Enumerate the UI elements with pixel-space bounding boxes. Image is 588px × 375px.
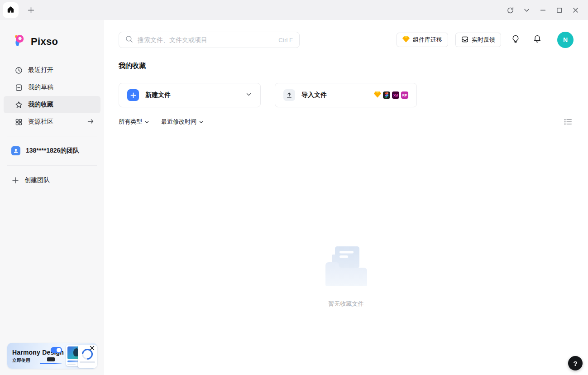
sidebar: Pixso 最近打开 我的草稿 我的收藏 bbox=[0, 20, 104, 375]
axure-rp-icon: RP bbox=[401, 91, 408, 99]
bell-icon bbox=[533, 34, 542, 45]
sidebar-item-community[interactable]: 资源社区 bbox=[4, 113, 100, 130]
sidebar-item-label: 资源社区 bbox=[28, 118, 53, 126]
page-title: 我的收藏 bbox=[119, 62, 574, 70]
empty-state-text: 暂无收藏文件 bbox=[329, 300, 364, 308]
chevron-down-icon bbox=[144, 120, 149, 125]
home-tab[interactable] bbox=[3, 2, 19, 18]
search-box: Ctrl F bbox=[119, 32, 300, 48]
new-file-card[interactable]: 新建文件 bbox=[119, 83, 261, 107]
figma-icon bbox=[383, 91, 390, 99]
banner-toggle-graphic bbox=[51, 347, 62, 353]
chevron-down-icon bbox=[199, 120, 204, 125]
feedback-button[interactable]: 实时反馈 bbox=[455, 33, 501, 47]
import-file-label: 导入文件 bbox=[301, 91, 327, 99]
star-icon bbox=[15, 101, 23, 109]
create-team-button[interactable]: 创建团队 bbox=[0, 171, 104, 189]
sidebar-nav: 最近打开 我的草稿 我的收藏 资源社区 bbox=[0, 62, 104, 130]
sidebar-team-item[interactable]: 138****1826的团队 bbox=[0, 142, 104, 160]
sidebar-item-label: 我的收藏 bbox=[28, 101, 53, 109]
plus-icon bbox=[11, 177, 19, 184]
window-menu-button[interactable] bbox=[518, 2, 535, 18]
help-button[interactable]: ? bbox=[568, 356, 583, 370]
empty-state: 暂无收藏文件 bbox=[119, 245, 574, 308]
filter-row: 所有类型 最近修改时间 bbox=[119, 116, 574, 128]
new-file-label: 新建文件 bbox=[145, 91, 171, 99]
component-migration-label: 组件库迁移 bbox=[413, 36, 442, 44]
banner-progress-graphic bbox=[40, 363, 62, 364]
notifications-button[interactable] bbox=[529, 32, 545, 48]
team-avatar-icon bbox=[11, 146, 20, 155]
search-icon bbox=[125, 35, 133, 45]
minimize-button[interactable] bbox=[535, 2, 551, 18]
feedback-label: 实时反馈 bbox=[472, 36, 495, 44]
import-source-badges: Xd RP bbox=[374, 91, 408, 100]
main-content: Ctrl F 组件库迁移 实时反馈 bbox=[104, 20, 588, 375]
user-avatar[interactable]: N bbox=[557, 32, 574, 48]
clock-icon bbox=[15, 67, 23, 74]
pixso-logo-text: Pixso bbox=[31, 36, 58, 48]
sidebar-divider bbox=[7, 165, 97, 166]
type-filter-label: 所有类型 bbox=[119, 118, 142, 126]
sidebar-item-label: 最近打开 bbox=[28, 66, 53, 74]
main-header: Ctrl F 组件库迁移 实时反馈 bbox=[119, 20, 574, 48]
sidebar-item-recent[interactable]: 最近打开 bbox=[4, 62, 100, 79]
banner-close-icon[interactable] bbox=[88, 344, 96, 351]
sort-filter-label: 最近修改时间 bbox=[161, 118, 196, 126]
draft-icon bbox=[15, 84, 23, 91]
team-name: 138****1826的团队 bbox=[26, 147, 79, 155]
banner-chip-graphic bbox=[47, 357, 55, 361]
component-migration-button[interactable]: 组件库迁移 bbox=[397, 33, 448, 47]
empty-folder-illustration bbox=[321, 245, 372, 288]
sidebar-item-favorites[interactable]: 我的收藏 bbox=[4, 96, 100, 113]
header-actions: 组件库迁移 实时反馈 N bbox=[397, 32, 574, 48]
sidebar-item-label: 我的草稿 bbox=[28, 83, 53, 91]
maximize-button[interactable] bbox=[551, 2, 567, 18]
list-view-toggle[interactable] bbox=[563, 116, 574, 127]
home-icon bbox=[7, 5, 14, 15]
pixso-logo-icon bbox=[13, 33, 26, 50]
sketch-diamond-icon bbox=[402, 36, 410, 44]
action-cards: 新建文件 导入文件 Xd bbox=[119, 83, 574, 107]
chevron-down-icon[interactable] bbox=[245, 91, 252, 100]
sidebar-divider bbox=[7, 136, 97, 136]
adobe-xd-icon: Xd bbox=[392, 91, 399, 99]
type-filter-dropdown[interactable]: 所有类型 bbox=[119, 118, 149, 126]
banner-subtitle: 立即使用 bbox=[12, 357, 30, 364]
sidebar-item-drafts[interactable]: 我的草稿 bbox=[4, 79, 100, 96]
search-input[interactable] bbox=[138, 36, 274, 43]
close-button[interactable] bbox=[567, 2, 583, 18]
titlebar bbox=[0, 0, 588, 20]
lightbulb-icon bbox=[511, 34, 520, 45]
feedback-icon bbox=[461, 36, 468, 44]
pixso-logo[interactable]: Pixso bbox=[0, 33, 104, 51]
sort-filter-dropdown[interactable]: 最近修改时间 bbox=[161, 118, 204, 126]
whats-new-button[interactable] bbox=[507, 32, 524, 48]
reload-button[interactable] bbox=[502, 2, 518, 18]
search-shortcut-hint: Ctrl F bbox=[278, 37, 293, 43]
sketch-icon bbox=[374, 91, 381, 100]
create-team-label: 创建团队 bbox=[24, 176, 50, 184]
upload-icon bbox=[283, 89, 295, 101]
new-file-plus-icon bbox=[127, 89, 139, 101]
new-tab-button[interactable] bbox=[24, 3, 38, 17]
list-view-icon bbox=[564, 118, 572, 125]
harmony-design-banner[interactable]: Harmony Design 立即使用 bbox=[7, 343, 97, 369]
grid-icon bbox=[15, 118, 23, 126]
arrow-right-icon bbox=[87, 118, 94, 126]
import-file-card[interactable]: 导入文件 Xd RP bbox=[275, 83, 417, 107]
